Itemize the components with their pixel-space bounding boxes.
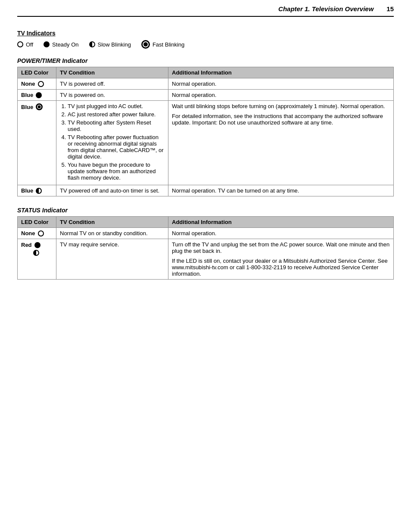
ring-inner [38, 106, 41, 109]
condition-list: TV just plugged into AC outlet. AC just … [60, 103, 165, 181]
led-label-none-s: None [21, 230, 35, 236]
additional-text-s2: If the LED is still on, contact your dea… [172, 258, 390, 277]
led-cell-blue-solid: Blue [18, 90, 56, 101]
table-row: None TV is powered off. Normal operation… [18, 78, 394, 90]
led-cell-red: Red [18, 239, 56, 280]
additional-cell-3: Wait until blinking stops before turning… [168, 101, 394, 185]
page-header: Chapter 1. Television Overview 15 [17, 0, 394, 17]
list-item: AC just restored after power failure. [68, 111, 165, 118]
led-icon-off-s [38, 230, 44, 236]
led-icon-ring [36, 103, 43, 110]
additional-cell-1: Normal operation. [168, 78, 394, 90]
power-timer-header-row: LED Color TV Condition Additional Inform… [18, 67, 394, 78]
status-section: STATUS Indicator LED Color TV Condition … [17, 207, 394, 280]
table-row: None Normal TV on or standby condition. … [18, 228, 394, 239]
list-item: TV just plugged into AC outlet. [68, 103, 165, 109]
col-led-color-s: LED Color [18, 217, 56, 228]
col-tv-condition-s: TV Condition [56, 217, 168, 228]
tv-condition-cell-s1: Normal TV on or standby condition. [56, 228, 168, 239]
off-icon [17, 41, 23, 47]
table-row: Red TV may require service. Turn off the… [18, 239, 394, 280]
led-icon-solid [36, 92, 42, 98]
page-number: 15 [386, 5, 394, 12]
tv-indicators-title: TV Indicators [17, 30, 394, 37]
list-item: TV Rebooting after power fluctuation or … [68, 134, 165, 160]
col-additional-s: Additional Information [168, 217, 394, 228]
legend-fast: Fast Blinking [141, 40, 184, 49]
legend-steady: Steady On [44, 41, 78, 48]
table-row: Blue TV is powered on. Normal operation. [18, 90, 394, 101]
tv-condition-cell-2: TV is powered on. [56, 90, 168, 101]
slow-label: Slow Blinking [98, 41, 131, 48]
led-label-none: None [21, 81, 35, 87]
additional-text-1: Wait until blinking stops before turning… [172, 103, 390, 109]
power-timer-subtitle: POWER/TIMER Indicator [17, 57, 394, 64]
list-item: You have begun the procedure to update s… [68, 162, 165, 181]
legend-slow: Slow Blinking [89, 41, 131, 48]
fast-label: Fast Blinking [153, 41, 184, 48]
off-label: Off [26, 41, 33, 48]
led-cell-blue-fast: Blue [18, 101, 56, 185]
status-table: LED Color TV Condition Additional Inform… [17, 216, 394, 280]
slow-icon [89, 41, 95, 47]
legend-off: Off [17, 41, 33, 48]
led-cell-none: None [18, 78, 56, 90]
led-icon-off [38, 81, 44, 87]
led-icon-half-red [33, 250, 39, 256]
tv-condition-cell-4: TV powered off and auto-on timer is set. [56, 185, 168, 196]
led-inner-red-1: Red [21, 242, 53, 248]
led-label-blue-1: Blue [21, 92, 33, 98]
led-icon-half [36, 188, 42, 194]
led-label-red: Red [21, 242, 32, 248]
tv-condition-cell-1: TV is powered off. [56, 78, 168, 90]
table-row: Blue TV powered off and auto-on timer is… [18, 185, 394, 196]
additional-text-s1: Turn off the TV and unplug the set from … [172, 241, 390, 254]
led-cell-none-s: None [18, 228, 56, 239]
additional-cell-2: Normal operation. [168, 90, 394, 101]
power-timer-table: LED Color TV Condition Additional Inform… [17, 67, 394, 196]
indicators-legend: Off Steady On Slow Blinking Fast Blinkin… [17, 40, 394, 49]
col-led-color: LED Color [18, 67, 56, 78]
led-icon-solid-red [34, 242, 40, 248]
status-header-row: LED Color TV Condition Additional Inform… [18, 217, 394, 228]
steady-icon [44, 41, 50, 47]
col-additional: Additional Information [168, 67, 394, 78]
additional-cell-4: Normal operation. TV can be turned on at… [168, 185, 394, 196]
led-inner-red-2 [21, 250, 53, 256]
status-indicator-subtitle: STATUS Indicator [17, 207, 394, 214]
led-label-blue-2: Blue [21, 104, 33, 110]
additional-text-2: For detailed information, see the instru… [172, 113, 390, 126]
additional-cell-s2: Turn off the TV and unplug the set from … [168, 239, 394, 280]
page: Chapter 1. Television Overview 15 TV Ind… [0, 0, 411, 532]
col-tv-condition: TV Condition [56, 67, 168, 78]
chapter-title: Chapter 1. Television Overview [278, 5, 374, 12]
tv-condition-cell-s2: TV may require service. [56, 239, 168, 280]
fast-icon-inner [143, 42, 148, 47]
steady-label: Steady On [52, 41, 78, 48]
list-item: TV Rebooting after System Reset used. [68, 119, 165, 132]
fast-icon [141, 40, 150, 49]
tv-condition-cell-3: TV just plugged into AC outlet. AC just … [56, 101, 168, 185]
led-label-blue-3: Blue [21, 187, 33, 194]
led-cell-blue-half: Blue [18, 185, 56, 196]
table-row: Blue TV just plugged into AC outlet. AC … [18, 101, 394, 185]
additional-cell-s1: Normal operation. [168, 228, 394, 239]
